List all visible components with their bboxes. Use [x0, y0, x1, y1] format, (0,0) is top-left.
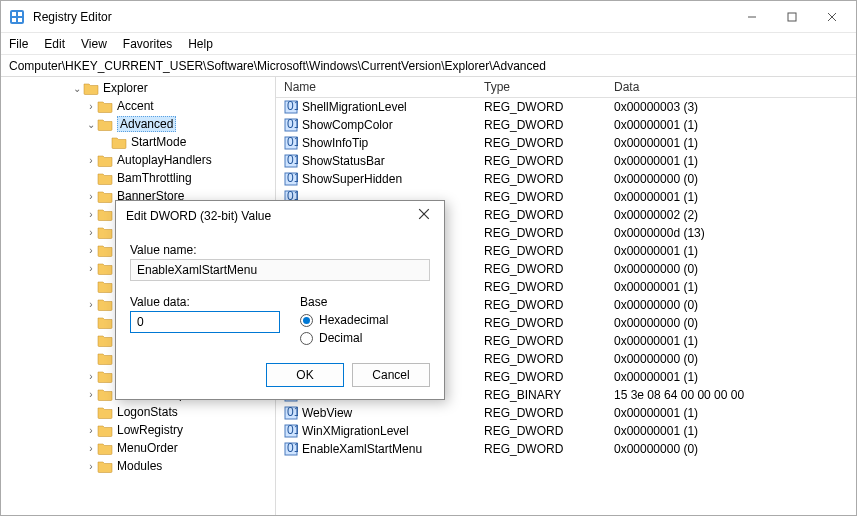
- tree-item[interactable]: ⌄Explorer: [1, 79, 275, 97]
- dialog-titlebar[interactable]: Edit DWORD (32-bit) Value: [116, 201, 444, 231]
- cell-type: REG_DWORD: [476, 298, 606, 312]
- svg-rect-4: [18, 18, 22, 22]
- svg-rect-6: [788, 13, 796, 21]
- list-row[interactable]: 011EnableXamlStartMenuREG_DWORD0x0000000…: [276, 440, 856, 458]
- chevron-right-icon[interactable]: ›: [85, 245, 97, 256]
- chevron-right-icon[interactable]: ›: [85, 461, 97, 472]
- app-icon: [9, 9, 25, 25]
- folder-icon: [97, 243, 113, 257]
- tree-item[interactable]: ›LowRegistry: [1, 421, 275, 439]
- list-row[interactable]: 011ShowSuperHiddenREG_DWORD0x00000000 (0…: [276, 170, 856, 188]
- tree-item[interactable]: ›AutoplayHandlers: [1, 151, 275, 169]
- column-type[interactable]: Type: [476, 77, 606, 97]
- value-name: ShowInfoTip: [302, 136, 368, 150]
- chevron-right-icon[interactable]: ›: [85, 155, 97, 166]
- tree-item-label: LogonStats: [117, 405, 178, 419]
- cell-type: REG_DWORD: [476, 208, 606, 222]
- chevron-down-icon[interactable]: ⌄: [71, 83, 83, 94]
- folder-icon: [97, 171, 113, 185]
- radio-hexadecimal[interactable]: Hexadecimal: [300, 313, 388, 327]
- cell-type: REG_DWORD: [476, 118, 606, 132]
- chevron-right-icon[interactable]: ›: [85, 227, 97, 238]
- value-name: ShowSuperHidden: [302, 172, 402, 186]
- tree-item[interactable]: ›Accent: [1, 97, 275, 115]
- chevron-right-icon[interactable]: ›: [85, 371, 97, 382]
- value-name: ShowStatusBar: [302, 154, 385, 168]
- cell-data: 0x00000003 (3): [606, 100, 856, 114]
- dialog-buttons: OK Cancel: [130, 363, 430, 387]
- list-row[interactable]: 011WinXMigrationLevelREG_DWORD0x00000001…: [276, 422, 856, 440]
- cell-data: 0x00000001 (1): [606, 406, 856, 420]
- folder-icon: [97, 369, 113, 383]
- tree-item[interactable]: LogonStats: [1, 403, 275, 421]
- cell-type: REG_DWORD: [476, 406, 606, 420]
- menu-edit[interactable]: Edit: [44, 37, 65, 51]
- chevron-right-icon[interactable]: ›: [85, 209, 97, 220]
- cell-data: 0x00000000 (0): [606, 172, 856, 186]
- tree-item-label: MenuOrder: [117, 441, 178, 455]
- cell-type: REG_DWORD: [476, 316, 606, 330]
- chevron-right-icon[interactable]: ›: [85, 443, 97, 454]
- cell-type: REG_DWORD: [476, 100, 606, 114]
- folder-icon: [83, 81, 99, 95]
- list-row[interactable]: 011ShowInfoTipREG_DWORD0x00000001 (1): [276, 134, 856, 152]
- chevron-right-icon[interactable]: ›: [85, 425, 97, 436]
- column-data[interactable]: Data: [606, 77, 856, 97]
- cell-name: 011ShowCompColor: [276, 118, 476, 132]
- list-row[interactable]: 011ShellMigrationLevelREG_DWORD0x0000000…: [276, 98, 856, 116]
- svg-text:011: 011: [287, 172, 298, 185]
- chevron-right-icon[interactable]: ›: [85, 101, 97, 112]
- menu-view[interactable]: View: [81, 37, 107, 51]
- chevron-right-icon[interactable]: ›: [85, 299, 97, 310]
- menu-file[interactable]: File: [9, 37, 28, 51]
- list-row[interactable]: 011ShowStatusBarREG_DWORD0x00000001 (1): [276, 152, 856, 170]
- folder-icon: [97, 441, 113, 455]
- cell-type: REG_DWORD: [476, 262, 606, 276]
- menu-help[interactable]: Help: [188, 37, 213, 51]
- tree-item[interactable]: ⌄Advanced: [1, 115, 275, 133]
- cell-type: REG_DWORD: [476, 136, 606, 150]
- cell-name: 011EnableXamlStartMenu: [276, 442, 476, 456]
- chevron-right-icon[interactable]: ›: [85, 389, 97, 400]
- cell-name: 011ShowInfoTip: [276, 136, 476, 150]
- cell-data: 0x0000000d (13): [606, 226, 856, 240]
- tree-item[interactable]: ›Modules: [1, 457, 275, 475]
- list-row[interactable]: 011ShowCompColorREG_DWORD0x00000001 (1): [276, 116, 856, 134]
- list-header: Name Type Data: [276, 77, 856, 98]
- tree-item[interactable]: BamThrottling: [1, 169, 275, 187]
- cell-name: 011ShellMigrationLevel: [276, 100, 476, 114]
- folder-icon: [97, 279, 113, 293]
- list-row[interactable]: 011WebViewREG_DWORD0x00000001 (1): [276, 404, 856, 422]
- cell-data: 15 3e 08 64 00 00 00 00: [606, 388, 856, 402]
- minimize-button[interactable]: [744, 9, 760, 25]
- chevron-down-icon[interactable]: ⌄: [85, 119, 97, 130]
- cell-type: REG_DWORD: [476, 190, 606, 204]
- folder-icon: [97, 117, 113, 131]
- cell-type: REG_DWORD: [476, 370, 606, 384]
- dialog-close-button[interactable]: [418, 208, 434, 224]
- tree-item[interactable]: StartMode: [1, 133, 275, 151]
- folder-icon: [97, 261, 113, 275]
- tree-item[interactable]: ›MenuOrder: [1, 439, 275, 457]
- tree-item-label: Modules: [117, 459, 162, 473]
- chevron-right-icon[interactable]: ›: [85, 191, 97, 202]
- radio-dot-icon: [300, 332, 313, 345]
- chevron-right-icon[interactable]: ›: [85, 263, 97, 274]
- cell-type: REG_DWORD: [476, 352, 606, 366]
- column-name[interactable]: Name: [276, 77, 476, 97]
- value-data-input[interactable]: [130, 311, 280, 333]
- cell-data: 0x00000001 (1): [606, 244, 856, 258]
- cell-type: REG_DWORD: [476, 244, 606, 258]
- radio-decimal[interactable]: Decimal: [300, 331, 388, 345]
- maximize-button[interactable]: [784, 9, 800, 25]
- menu-bar: File Edit View Favorites Help: [1, 33, 856, 55]
- close-button[interactable]: [824, 9, 840, 25]
- cancel-button[interactable]: Cancel: [352, 363, 430, 387]
- dialog-body: Value name: Value data: Base Hexadecimal…: [116, 231, 444, 399]
- ok-button[interactable]: OK: [266, 363, 344, 387]
- value-name-label: Value name:: [130, 243, 430, 257]
- cell-type: REG_DWORD: [476, 442, 606, 456]
- value-icon: 011: [284, 406, 298, 420]
- address-bar[interactable]: Computer\HKEY_CURRENT_USER\Software\Micr…: [1, 55, 856, 77]
- menu-favorites[interactable]: Favorites: [123, 37, 172, 51]
